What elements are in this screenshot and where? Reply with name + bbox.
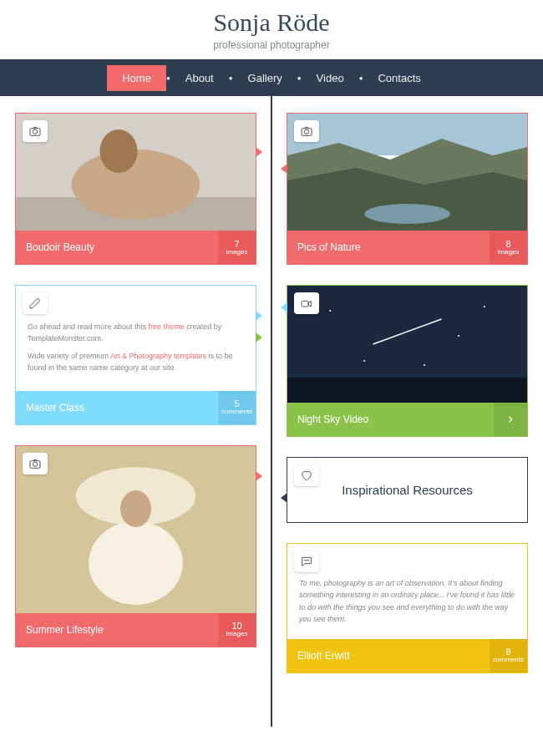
free-theme-link[interactable]: free theme [149, 322, 185, 331]
svg-point-1 [33, 129, 37, 134]
svg-point-25 [363, 360, 365, 362]
quote-text: To me, photography is an art of observat… [287, 544, 527, 639]
svg-point-27 [305, 560, 306, 561]
timeline-marker [281, 164, 287, 174]
card-resources[interactable]: Inspirational Resources [287, 457, 528, 523]
card-image [16, 114, 256, 231]
card-summer[interactable]: Summer Lifestyle 10images [15, 445, 256, 647]
svg-point-28 [307, 560, 307, 561]
svg-point-24 [484, 306, 485, 307]
card-image [287, 114, 527, 231]
pencil-icon [23, 292, 48, 314]
timeline-line [271, 96, 272, 727]
heart-icon [294, 464, 319, 486]
card-master-class[interactable]: Go ahead and read more about this free t… [15, 285, 256, 425]
svg-point-13 [304, 129, 308, 134]
card-night-sky[interactable]: Night Sky Video [287, 285, 528, 437]
svg-point-7 [33, 462, 37, 466]
play-button[interactable] [494, 403, 527, 436]
svg-rect-18 [302, 301, 308, 307]
camera-icon [294, 120, 319, 142]
card-title: Summer Lifestyle [16, 613, 218, 647]
svg-point-22 [329, 310, 331, 312]
image-count: 10images [218, 613, 256, 647]
card-nature[interactable]: Pics of Nature 8images [287, 113, 528, 265]
card-title: Master Class [16, 391, 218, 424]
comment-icon [294, 551, 319, 572]
site-title: Sonja Röde [0, 8, 543, 37]
card-title: Night Sky Video [287, 403, 494, 436]
video-icon [294, 292, 319, 314]
nav-gallery[interactable]: Gallery [233, 65, 297, 91]
card-body: Go ahead and read more about this free t… [16, 286, 256, 391]
svg-point-17 [364, 204, 450, 224]
svg-rect-20 [287, 378, 527, 403]
card-title: Boudoir Beauty [16, 231, 218, 264]
camera-icon [23, 120, 48, 142]
svg-point-23 [458, 335, 459, 337]
svg-point-26 [424, 364, 425, 366]
card-title: Inspirational Resources [287, 458, 527, 522]
main-nav: Home ● About ● Gallery ● Video ● Contact… [0, 59, 543, 96]
card-elliott[interactable]: To me, photography is an art of observat… [287, 543, 528, 673]
nav-contacts[interactable]: Contacts [363, 65, 435, 91]
templates-link[interactable]: Art & Photography templates [110, 352, 206, 360]
card-title: Elliott Erwitt [287, 639, 490, 672]
card-image [16, 446, 256, 613]
svg-point-5 [99, 129, 137, 173]
timeline-marker [256, 471, 262, 481]
image-count: 8images [490, 231, 527, 264]
right-column: Pics of Nature 8images Night Sky Video I… [272, 113, 543, 693]
timeline-marker [256, 147, 262, 157]
left-column: Boudoir Beauty 7images Go ahead and read… [0, 113, 272, 693]
nav-home[interactable]: Home [107, 65, 166, 91]
timeline-marker [256, 332, 262, 342]
comment-count: 8comments [490, 639, 527, 672]
svg-point-10 [89, 521, 183, 605]
svg-point-11 [120, 490, 151, 527]
card-boudoir[interactable]: Boudoir Beauty 7images [15, 113, 256, 265]
card-title: Pics of Nature [287, 231, 490, 264]
nav-about[interactable]: About [170, 65, 229, 91]
nav-video[interactable]: Video [302, 65, 359, 91]
timeline: Boudoir Beauty 7images Go ahead and read… [0, 96, 543, 727]
image-count: 7images [218, 231, 256, 264]
camera-icon [23, 453, 48, 474]
timeline-marker [281, 493, 287, 503]
site-subtitle: professional photographer [0, 39, 543, 51]
timeline-marker [256, 311, 262, 321]
svg-point-29 [308, 560, 309, 561]
timeline-marker [281, 302, 287, 312]
card-image [287, 286, 527, 403]
site-header: Sonja Röde professional photographer [0, 0, 543, 59]
comment-count: 5comments [218, 391, 256, 424]
